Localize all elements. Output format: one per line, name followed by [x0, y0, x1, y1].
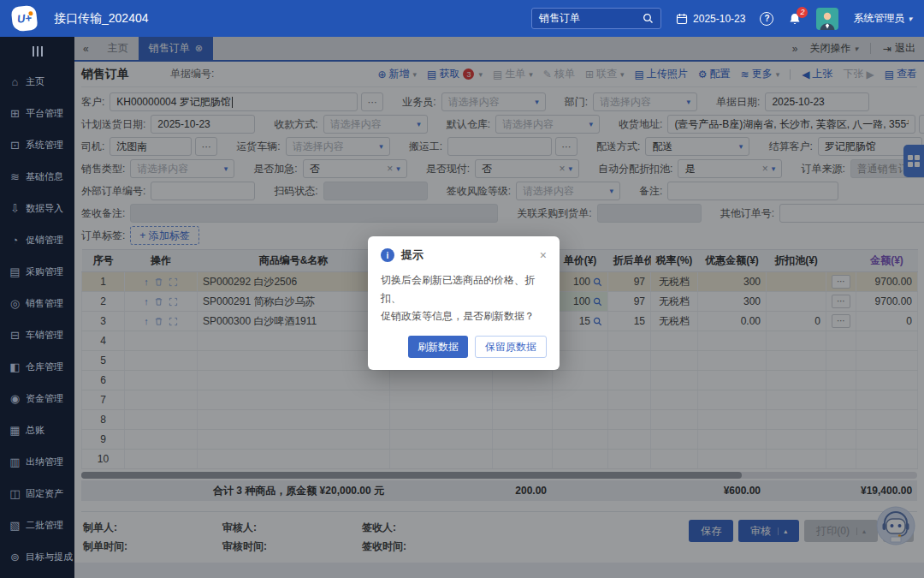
refresh-data-button[interactable]: 刷新数据 — [408, 336, 468, 358]
sidebar-item-icon: ⇩ — [9, 202, 21, 215]
sidebar-item-base-info[interactable]: ≋ 基础信息 — [0, 161, 74, 193]
dialog-message: 切换后会刷新已选商品的价格、折扣、 促销政策等信息，是否刷新数据？ — [381, 271, 547, 325]
sidebar-item-second-batch[interactable]: ▧ 二批管理 — [0, 509, 74, 541]
calendar-icon — [676, 13, 688, 25]
app-window: U+ 接口传输_202404 销售订单 2025-10-23 ? — [0, 0, 924, 578]
sidebar-item-label: 总账 — [26, 424, 44, 437]
topbar: U+ 接口传输_202404 销售订单 2025-10-23 ? — [0, 0, 924, 37]
sidebar-item-platform[interactable]: ⊞ 平台管理 — [0, 98, 74, 129]
user-menu[interactable]: 系统管理员 ▾ — [853, 11, 912, 26]
sidebar-item-home[interactable]: ⌂ 主页 — [0, 66, 74, 98]
confirm-dialog: i 提示 × 切换后会刷新已选商品的价格、折扣、 促销政策等信息，是否刷新数据？… — [368, 236, 560, 370]
sidebar-item-label: 出纳管理 — [26, 456, 63, 468]
sidebar-item-cashier[interactable]: ▥ 出纳管理 — [0, 446, 74, 478]
sidebar-item-icon: ⊚ — [9, 551, 21, 563]
sidebar-item-icon: ⊡ — [9, 139, 21, 152]
notifications-button[interactable]: 2 — [788, 12, 802, 26]
chevron-down-icon: ▾ — [908, 15, 912, 23]
sidebar-item-sales[interactable]: ◎ 销售管理 — [0, 288, 74, 319]
sidebar-item-funds[interactable]: ◉ 资金管理 — [0, 383, 74, 414]
sidebar-item-fixed-assets[interactable]: ◫ 固定资产 — [0, 478, 74, 509]
sidebar-item-icon: ▤ — [9, 265, 21, 278]
sidebar-item-icon: ⊟ — [9, 329, 21, 342]
sidebar-item-label: 目标与提成 — [26, 551, 73, 563]
sidebar-item-icon: ▧ — [9, 519, 21, 532]
app-logo[interactable]: U+ — [11, 5, 38, 33]
topbar-date[interactable]: 2025-10-23 — [676, 13, 745, 25]
sidebar-item-label: 基础信息 — [26, 170, 63, 183]
sidebar-item-label: 固定资产 — [26, 487, 63, 500]
sidebar-item-icon: ◉ — [9, 392, 21, 405]
sidebar-item-label: 仓库管理 — [26, 361, 63, 373]
sidebar-item-icon: ▦ — [9, 424, 21, 437]
notification-badge: 2 — [797, 7, 808, 18]
sidebar-item-label: 主页 — [26, 75, 44, 88]
sidebar-item-icon: ▥ — [9, 456, 21, 468]
avatar[interactable] — [816, 8, 838, 30]
search-value: 销售订单 — [539, 11, 643, 26]
sidebar-item-icon: ◧ — [9, 361, 21, 373]
sidebar-item-warehouse[interactable]: ◧ 仓库管理 — [0, 351, 74, 383]
sidebar-item-icon: ≋ — [9, 170, 21, 183]
sidebar-item-label: 促销管理 — [26, 234, 63, 247]
sidebar-item-contract[interactable]: ▣ 合同管理 — [0, 573, 74, 578]
sidebar-item-general-ledger[interactable]: ▦ 总账 — [0, 414, 74, 446]
sidebar-item-label: 资金管理 — [26, 392, 63, 405]
keep-data-button[interactable]: 保留原数据 — [475, 336, 547, 358]
sidebar-item-data-import[interactable]: ⇩ 数据导入 — [0, 193, 74, 224]
app-title: 接口传输_202404 — [54, 11, 149, 27]
sidebar-collapse-toggle[interactable] — [0, 37, 74, 66]
sidebar-item-label: 数据导入 — [26, 202, 63, 215]
sidebar-item-label: 二批管理 — [26, 519, 63, 532]
sidebar-item-icon: ⌂ — [9, 75, 21, 88]
sidebar-item-label: 平台管理 — [26, 107, 63, 120]
sidebar-item-label: 销售管理 — [26, 297, 63, 310]
sidebar-item-icon: ◫ — [9, 487, 21, 500]
search-icon[interactable] — [643, 13, 654, 24]
info-icon: i — [381, 248, 394, 262]
sidebar-item-icon: ◔ — [9, 234, 21, 247]
sidebar-item-label: 采购管理 — [26, 265, 63, 278]
sidebar-item-icon: ◎ — [9, 297, 21, 310]
sidebar-item-purchase[interactable]: ▤ 采购管理 — [0, 256, 74, 288]
dialog-title: 提示 — [401, 247, 424, 263]
sidebar-item-system[interactable]: ⊡ 系统管理 — [0, 129, 74, 161]
sidebar-item-label: 车销管理 — [26, 329, 63, 342]
global-search-input[interactable]: 销售订单 — [531, 8, 661, 29]
sidebar-item-promotion[interactable]: ◔ 促销管理 — [0, 224, 74, 256]
sidebar-item-label: 系统管理 — [26, 139, 63, 152]
sidebar-item-vehicle-sales[interactable]: ⊟ 车销管理 — [0, 319, 74, 351]
sidebar-item-icon: ⊞ — [9, 107, 21, 120]
sidebar: ⌂ 主页 ⊞ 平台管理 ⊡ 系统管理 ≋ 基础 — [0, 37, 74, 578]
help-icon[interactable]: ? — [760, 12, 773, 26]
close-icon[interactable]: × — [540, 248, 547, 262]
sidebar-item-target-commission[interactable]: ⊚ 目标与提成 — [0, 541, 74, 573]
